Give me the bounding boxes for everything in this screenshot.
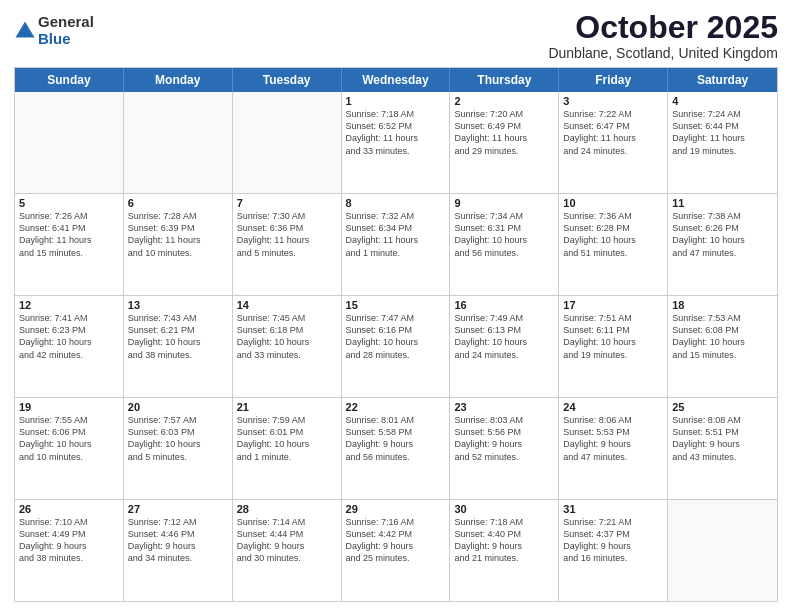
cal-row-0: 1Sunrise: 7:18 AM Sunset: 6:52 PM Daylig… — [15, 92, 777, 194]
day-info: Sunrise: 7:57 AM Sunset: 6:03 PM Dayligh… — [128, 414, 228, 463]
day-number: 29 — [346, 503, 446, 515]
day-info: Sunrise: 7:51 AM Sunset: 6:11 PM Dayligh… — [563, 312, 663, 361]
day-number: 11 — [672, 197, 773, 209]
calendar-header: SundayMondayTuesdayWednesdayThursdayFrid… — [15, 68, 777, 92]
day-info: Sunrise: 7:45 AM Sunset: 6:18 PM Dayligh… — [237, 312, 337, 361]
cal-cell-day-9: 9Sunrise: 7:34 AM Sunset: 6:31 PM Daylig… — [450, 194, 559, 295]
day-info: Sunrise: 7:36 AM Sunset: 6:28 PM Dayligh… — [563, 210, 663, 259]
cal-cell-day-29: 29Sunrise: 7:16 AM Sunset: 4:42 PM Dayli… — [342, 500, 451, 601]
cal-cell-day-15: 15Sunrise: 7:47 AM Sunset: 6:16 PM Dayli… — [342, 296, 451, 397]
day-number: 24 — [563, 401, 663, 413]
day-number: 18 — [672, 299, 773, 311]
header-day-sunday: Sunday — [15, 68, 124, 92]
logo: General Blue — [14, 14, 94, 47]
header-day-wednesday: Wednesday — [342, 68, 451, 92]
day-info: Sunrise: 7:26 AM Sunset: 6:41 PM Dayligh… — [19, 210, 119, 259]
cal-cell-day-6: 6Sunrise: 7:28 AM Sunset: 6:39 PM Daylig… — [124, 194, 233, 295]
day-number: 1 — [346, 95, 446, 107]
cal-cell-day-17: 17Sunrise: 7:51 AM Sunset: 6:11 PM Dayli… — [559, 296, 668, 397]
day-number: 7 — [237, 197, 337, 209]
cal-cell-day-7: 7Sunrise: 7:30 AM Sunset: 6:36 PM Daylig… — [233, 194, 342, 295]
cal-cell-day-11: 11Sunrise: 7:38 AM Sunset: 6:26 PM Dayli… — [668, 194, 777, 295]
cal-cell-day-23: 23Sunrise: 8:03 AM Sunset: 5:56 PM Dayli… — [450, 398, 559, 499]
day-number: 3 — [563, 95, 663, 107]
title-block: October 2025 Dunblane, Scotland, United … — [548, 10, 778, 61]
day-info: Sunrise: 7:32 AM Sunset: 6:34 PM Dayligh… — [346, 210, 446, 259]
cal-row-2: 12Sunrise: 7:41 AM Sunset: 6:23 PM Dayli… — [15, 296, 777, 398]
cal-cell-day-22: 22Sunrise: 8:01 AM Sunset: 5:58 PM Dayli… — [342, 398, 451, 499]
day-info: Sunrise: 7:55 AM Sunset: 6:06 PM Dayligh… — [19, 414, 119, 463]
header-day-tuesday: Tuesday — [233, 68, 342, 92]
day-info: Sunrise: 7:49 AM Sunset: 6:13 PM Dayligh… — [454, 312, 554, 361]
month-title: October 2025 — [548, 10, 778, 45]
logo-text: General Blue — [38, 14, 94, 47]
calendar-body: 1Sunrise: 7:18 AM Sunset: 6:52 PM Daylig… — [15, 92, 777, 601]
day-number: 25 — [672, 401, 773, 413]
day-number: 12 — [19, 299, 119, 311]
cal-cell-day-20: 20Sunrise: 7:57 AM Sunset: 6:03 PM Dayli… — [124, 398, 233, 499]
cal-cell-empty — [124, 92, 233, 193]
day-number: 31 — [563, 503, 663, 515]
header-day-monday: Monday — [124, 68, 233, 92]
day-info: Sunrise: 7:53 AM Sunset: 6:08 PM Dayligh… — [672, 312, 773, 361]
day-number: 23 — [454, 401, 554, 413]
day-number: 2 — [454, 95, 554, 107]
cal-row-3: 19Sunrise: 7:55 AM Sunset: 6:06 PM Dayli… — [15, 398, 777, 500]
cal-cell-day-28: 28Sunrise: 7:14 AM Sunset: 4:44 PM Dayli… — [233, 500, 342, 601]
calendar: SundayMondayTuesdayWednesdayThursdayFrid… — [14, 67, 778, 602]
header: General Blue October 2025 Dunblane, Scot… — [14, 10, 778, 61]
day-info: Sunrise: 8:06 AM Sunset: 5:53 PM Dayligh… — [563, 414, 663, 463]
cal-cell-day-1: 1Sunrise: 7:18 AM Sunset: 6:52 PM Daylig… — [342, 92, 451, 193]
day-info: Sunrise: 7:22 AM Sunset: 6:47 PM Dayligh… — [563, 108, 663, 157]
cal-cell-day-4: 4Sunrise: 7:24 AM Sunset: 6:44 PM Daylig… — [668, 92, 777, 193]
day-info: Sunrise: 7:20 AM Sunset: 6:49 PM Dayligh… — [454, 108, 554, 157]
cal-cell-day-10: 10Sunrise: 7:36 AM Sunset: 6:28 PM Dayli… — [559, 194, 668, 295]
cal-cell-day-25: 25Sunrise: 8:08 AM Sunset: 5:51 PM Dayli… — [668, 398, 777, 499]
day-info: Sunrise: 7:18 AM Sunset: 4:40 PM Dayligh… — [454, 516, 554, 565]
cal-cell-day-27: 27Sunrise: 7:12 AM Sunset: 4:46 PM Dayli… — [124, 500, 233, 601]
cal-cell-day-19: 19Sunrise: 7:55 AM Sunset: 6:06 PM Dayli… — [15, 398, 124, 499]
day-info: Sunrise: 8:08 AM Sunset: 5:51 PM Dayligh… — [672, 414, 773, 463]
day-number: 9 — [454, 197, 554, 209]
logo-blue: Blue — [38, 31, 94, 48]
header-day-saturday: Saturday — [668, 68, 777, 92]
day-number: 16 — [454, 299, 554, 311]
day-number: 4 — [672, 95, 773, 107]
day-number: 17 — [563, 299, 663, 311]
day-number: 26 — [19, 503, 119, 515]
cal-cell-day-18: 18Sunrise: 7:53 AM Sunset: 6:08 PM Dayli… — [668, 296, 777, 397]
header-day-friday: Friday — [559, 68, 668, 92]
day-number: 20 — [128, 401, 228, 413]
day-number: 27 — [128, 503, 228, 515]
day-number: 21 — [237, 401, 337, 413]
day-info: Sunrise: 7:34 AM Sunset: 6:31 PM Dayligh… — [454, 210, 554, 259]
day-info: Sunrise: 7:43 AM Sunset: 6:21 PM Dayligh… — [128, 312, 228, 361]
day-number: 8 — [346, 197, 446, 209]
day-number: 19 — [19, 401, 119, 413]
cal-cell-empty — [668, 500, 777, 601]
day-number: 15 — [346, 299, 446, 311]
day-info: Sunrise: 7:59 AM Sunset: 6:01 PM Dayligh… — [237, 414, 337, 463]
logo-general: General — [38, 14, 94, 31]
cal-cell-day-31: 31Sunrise: 7:21 AM Sunset: 4:37 PM Dayli… — [559, 500, 668, 601]
day-info: Sunrise: 7:16 AM Sunset: 4:42 PM Dayligh… — [346, 516, 446, 565]
day-number: 14 — [237, 299, 337, 311]
day-info: Sunrise: 7:41 AM Sunset: 6:23 PM Dayligh… — [19, 312, 119, 361]
location: Dunblane, Scotland, United Kingdom — [548, 45, 778, 61]
day-info: Sunrise: 7:28 AM Sunset: 6:39 PM Dayligh… — [128, 210, 228, 259]
cal-cell-day-24: 24Sunrise: 8:06 AM Sunset: 5:53 PM Dayli… — [559, 398, 668, 499]
day-number: 5 — [19, 197, 119, 209]
cal-cell-empty — [233, 92, 342, 193]
day-info: Sunrise: 7:14 AM Sunset: 4:44 PM Dayligh… — [237, 516, 337, 565]
day-info: Sunrise: 8:03 AM Sunset: 5:56 PM Dayligh… — [454, 414, 554, 463]
cal-cell-day-12: 12Sunrise: 7:41 AM Sunset: 6:23 PM Dayli… — [15, 296, 124, 397]
cal-cell-day-30: 30Sunrise: 7:18 AM Sunset: 4:40 PM Dayli… — [450, 500, 559, 601]
cal-cell-day-16: 16Sunrise: 7:49 AM Sunset: 6:13 PM Dayli… — [450, 296, 559, 397]
day-number: 13 — [128, 299, 228, 311]
cal-cell-day-3: 3Sunrise: 7:22 AM Sunset: 6:47 PM Daylig… — [559, 92, 668, 193]
cal-cell-empty — [15, 92, 124, 193]
day-number: 30 — [454, 503, 554, 515]
cal-cell-day-21: 21Sunrise: 7:59 AM Sunset: 6:01 PM Dayli… — [233, 398, 342, 499]
cal-cell-day-2: 2Sunrise: 7:20 AM Sunset: 6:49 PM Daylig… — [450, 92, 559, 193]
day-info: Sunrise: 7:47 AM Sunset: 6:16 PM Dayligh… — [346, 312, 446, 361]
